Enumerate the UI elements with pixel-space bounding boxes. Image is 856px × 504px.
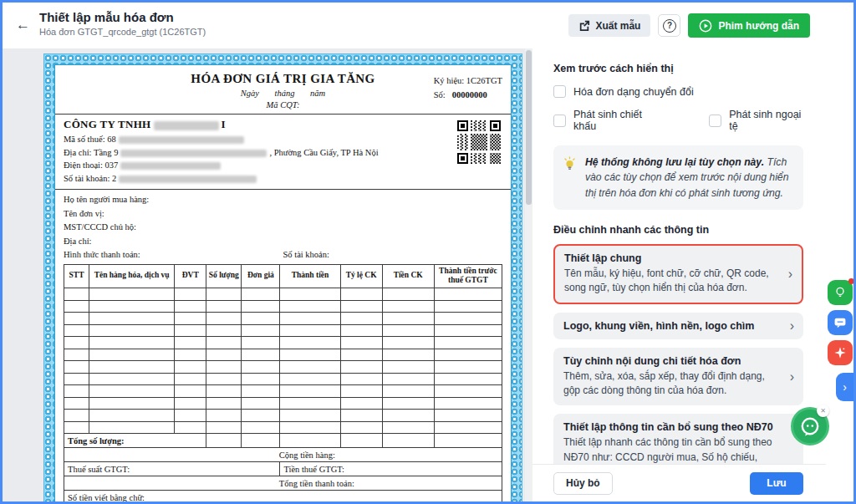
chevron-right-icon: › — [790, 369, 794, 384]
chevron-right-icon: › — [790, 318, 794, 333]
invoice-empty-row — [64, 300, 502, 313]
buyer-unit-label: Tên đơn vị: — [64, 207, 502, 221]
save-button[interactable]: Lưu — [750, 472, 803, 495]
invoice-items-table: STT Tên hàng hóa, dịch vụ ĐVT Số lượng Đ… — [64, 264, 502, 502]
company-name-pre: CÔNG TY TNHH — [64, 118, 151, 130]
export-button-label: Xuất mẫu — [595, 20, 640, 32]
col-header: Thành tiền trước thuế GTGT — [434, 264, 502, 288]
question-icon: ? — [663, 19, 676, 33]
close-chat-icon[interactable]: ✕ — [817, 405, 829, 417]
col-header: Tỷ lệ CK — [340, 264, 382, 288]
card-title: Tùy chỉnh nội dung chi tiết hóa đơn — [563, 355, 778, 367]
card-customize-content[interactable]: Tùy chỉnh nội dung chi tiết hóa đơn Thêm… — [553, 348, 803, 406]
invoice-preview-area: HÓA ĐƠN GIÁ TRỊ GIA TĂNG Ngày tháng năm … — [3, 48, 532, 501]
cancel-button[interactable]: Hủy bỏ — [553, 472, 613, 495]
checkbox-row-2: Phát sinh chiết khấu Phát sinh ngoại tệ — [553, 109, 803, 132]
edge-toolbar: › — [826, 48, 853, 501]
payment-row: Hình thức thanh toán: Số tài khoản: — [64, 248, 502, 262]
notice-title: Hệ thống không lưu lại tùy chọn này. — [585, 156, 764, 168]
quick-edit-title: Điều chỉnh nhanh các thông tin — [553, 224, 803, 236]
seller-block: CÔNG TY TNHHI Mã số thuế: 68 Địa chỉ: Tầ… — [64, 118, 502, 185]
col-header: Đơn giá — [242, 264, 280, 288]
invoice-serial-block: Ký hiệu: 1C26TGT Số: 00000000 — [434, 74, 502, 102]
checkbox-converted-invoice[interactable]: Hóa đơn dạng chuyển đổi — [553, 85, 694, 98]
help-button[interactable]: ? — [658, 14, 680, 37]
divider — [55, 189, 511, 190]
items-table-header: STT Tên hàng hóa, dịch vụ ĐVT Số lượng Đ… — [64, 264, 502, 288]
col-header: Tiền CK — [382, 264, 434, 288]
feedback-chat-button[interactable] — [828, 310, 853, 335]
col-header: Số lượng — [206, 264, 242, 288]
grand-total-label: Tổng tiền thanh toán: — [64, 476, 502, 491]
invoice-empty-row — [64, 421, 502, 434]
template-breadcrumb: Hóa đơn GTGT_qrcode_gtgt (1C26TGT) — [39, 27, 206, 37]
buyer-address-label: Địa chỉ: — [64, 235, 502, 249]
invoice-empty-row — [64, 410, 502, 422]
notice-text: Hệ thống không lưu lại tùy chọn này. Tíc… — [585, 155, 793, 201]
qr-code — [457, 120, 501, 164]
invoice-empty-row — [64, 397, 502, 410]
title-block: Thiết lập mẫu hóa đơn Hóa đơn GTGT_qrcod… — [39, 10, 206, 37]
checkbox-icon[interactable] — [553, 115, 566, 127]
preview-scrollbar[interactable] — [525, 48, 532, 501]
chevron-right-icon: › — [788, 267, 792, 282]
collapse-panel-button[interactable]: › — [836, 373, 853, 401]
header-actions: Xuất mẫu ? Phim hướng dẫn — [568, 13, 810, 38]
checkbox-icon[interactable] — [709, 115, 721, 127]
tax-rate-label: Thuế suất GTGT: — [64, 462, 280, 476]
card-title: Thiết lập thông tin cần bổ sung theo NĐ7… — [563, 421, 778, 433]
card-logo-border-background[interactable]: Logo, khung viền, hình nền, logo chìm › — [553, 313, 803, 339]
chat-smiley-icon — [799, 415, 821, 437]
invoice-empty-row — [64, 373, 502, 385]
notice-box: Hệ thống không lưu lại tùy chọn này. Tíc… — [553, 145, 803, 210]
amount-in-words-label: Số tiền viết bằng chữ: — [64, 491, 502, 501]
chevron-right-icon: › — [843, 380, 847, 394]
settings-panel: Xem trước cách hiển thị Hóa đơn dạng chu… — [532, 48, 826, 501]
notification-dot — [848, 278, 854, 284]
invoice-empty-row — [64, 337, 502, 349]
checkbox-icon[interactable] — [553, 85, 566, 98]
invoice-empty-rows — [64, 288, 502, 434]
tax-amount-label: Tiền thuế GTGT: — [280, 462, 502, 476]
invoice-decorative-border: HÓA ĐƠN GIÁ TRỊ GIA TĂNG Ngày tháng năm … — [43, 53, 522, 501]
subtotal-label: Cộng tiền hàng: — [64, 448, 502, 462]
number-value: 00000000 — [452, 90, 487, 99]
page-title: Thiết lập mẫu hóa đơn — [39, 10, 206, 24]
buyer-block: Họ tên người mua hàng: Tên đơn vị: MST/C… — [64, 193, 502, 262]
redacted-account — [119, 176, 257, 183]
invoice-paper: HÓA ĐƠN GIÁ TRỊ GIA TĂNG Ngày tháng năm … — [54, 64, 512, 501]
export-template-button[interactable]: Xuất mẫu — [568, 14, 650, 37]
invoice-header: HÓA ĐƠN GIÁ TRỊ GIA TĂNG Ngày tháng năm … — [64, 72, 502, 109]
tips-lightbulb-button[interactable] — [828, 280, 853, 305]
invoice-empty-row — [64, 385, 502, 398]
col-header: Thành tiền — [280, 264, 340, 288]
invoice-totals: Tổng số lượng: Cộng tiền hàng: Thuế suất… — [64, 434, 502, 501]
buyer-account-label: Số tài khoản: — [283, 248, 329, 262]
checkbox-discount[interactable]: Phát sinh chiết khấu — [553, 109, 657, 132]
scrollbar-thumb[interactable] — [526, 50, 532, 205]
number-label: Số: — [434, 90, 446, 99]
ai-sparkle-button[interactable] — [828, 340, 853, 365]
app-window: ← Thiết lập mẫu hóa đơn Hóa đơn GTGT_qrc… — [0, 0, 856, 504]
card-desc: Thêm, sửa, xóa, sắp xếp, thay đổi định d… — [563, 369, 778, 399]
checkbox-label: Phát sinh ngoại tệ — [729, 109, 803, 132]
card-general-settings[interactable]: Thiết lập chung Tên mẫu, ký hiệu, font c… — [553, 244, 803, 304]
phone-line: Điện thoại: 037 — [64, 159, 451, 172]
buyer-tax-label: MST/CCCD chủ hộ: — [64, 221, 502, 235]
checkbox-foreign-currency[interactable]: Phát sinh ngoại tệ — [709, 109, 803, 132]
lightbulb-icon — [563, 155, 577, 201]
top-bar: ← Thiết lập mẫu hóa đơn Hóa đơn GTGT_qrc… — [3, 3, 853, 48]
invoice-empty-row — [64, 313, 502, 325]
company-name: CÔNG TY TNHHI — [64, 118, 451, 131]
tutorial-button-label: Phim hướng dẫn — [718, 20, 799, 32]
tutorial-video-button[interactable]: Phim hướng dẫn — [688, 13, 810, 38]
back-arrow-icon[interactable]: ← — [16, 17, 30, 33]
play-circle-icon — [699, 19, 712, 33]
company-name-post: I — [222, 118, 226, 130]
buyer-name-label: Họ tên người mua hàng: — [64, 193, 502, 207]
col-header: Tên hàng hóa, dịch vụ — [89, 264, 175, 288]
support-chat-fab[interactable]: ✕ — [791, 407, 829, 445]
checkbox-row-1: Hóa đơn dạng chuyển đổi — [553, 85, 803, 98]
panel-footer: Hủy bỏ Lưu — [532, 464, 826, 501]
account-line: Số tài khoản: 2 — [64, 172, 451, 186]
